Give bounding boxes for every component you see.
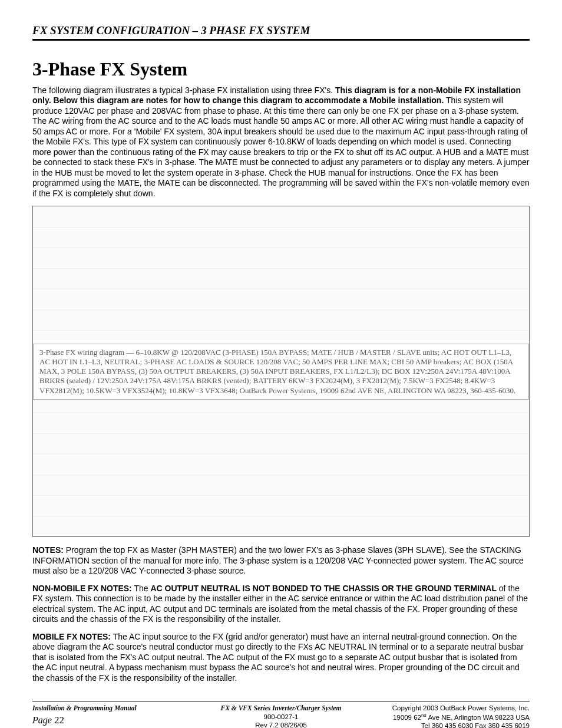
footer-product: FX & VFX Series Inverter/Charger System (198, 704, 363, 712)
main-heading: 3-Phase FX System (32, 57, 530, 81)
mobile-paragraph: MOBILE FX NOTES: The AC input source to … (32, 632, 530, 684)
footer-page: Page 22 (32, 714, 198, 726)
footer-phone: Tel 360 435 6030 Fax 360 435 6019 (364, 722, 530, 728)
nonmobile-bold: AC OUTPUT NEUTRAL IS NOT BONDED TO THE C… (150, 584, 497, 593)
page-footer: Installation & Programming Manual Page 2… (32, 701, 530, 728)
footer-docnum: 900-0027-1 (198, 713, 363, 721)
footer-address: 19009 62nd Ave NE, Arlington WA 98223 US… (364, 713, 530, 722)
wiring-diagram: 3-Phase FX wiring diagram — 6–10.8KW @ 1… (32, 206, 530, 537)
footer-rev: Rev 7.2 08/26/05 (198, 721, 363, 728)
nonmobile-paragraph: NON-MOBILE FX NOTES: The AC OUTPUT NEUTR… (32, 584, 530, 625)
page-header: FX SYSTEM CONFIGURATION – 3 PHASE FX SYS… (32, 24, 530, 41)
footer-right: Copyright 2003 OutBack Power Systems, In… (364, 704, 530, 728)
nonmobile-lead: The (132, 584, 151, 593)
mobile-label: MOBILE FX NOTES: (32, 632, 111, 641)
footer-page-label: Page (32, 715, 54, 725)
intro-paragraph: The following diagram illustrates a typi… (32, 85, 530, 199)
intro-tail: This system will produce 120VAC per phas… (32, 95, 530, 198)
page-header-text: FX SYSTEM CONFIGURATION – 3 PHASE FX SYS… (32, 24, 310, 37)
notes-text: Program the top FX as Master (3PH MASTER… (32, 545, 524, 575)
notes-paragraph: NOTES: Program the top FX as Master (3PH… (32, 545, 530, 577)
wiring-diagram-caption: 3-Phase FX wiring diagram — 6–10.8KW @ 1… (33, 344, 529, 400)
footer-copyright: Copyright 2003 OutBack Power Systems, In… (364, 704, 530, 712)
footer-page-number: 22 (54, 714, 64, 726)
footer-manual-title: Installation & Programming Manual (32, 704, 198, 712)
intro-lead: The following diagram illustrates a typi… (32, 85, 335, 95)
footer-left: Installation & Programming Manual Page 2… (32, 704, 198, 728)
footer-center: FX & VFX Series Inverter/Charger System … (198, 704, 363, 728)
notes-label: NOTES: (32, 545, 64, 555)
nonmobile-label: NON-MOBILE FX NOTES: (32, 584, 132, 593)
